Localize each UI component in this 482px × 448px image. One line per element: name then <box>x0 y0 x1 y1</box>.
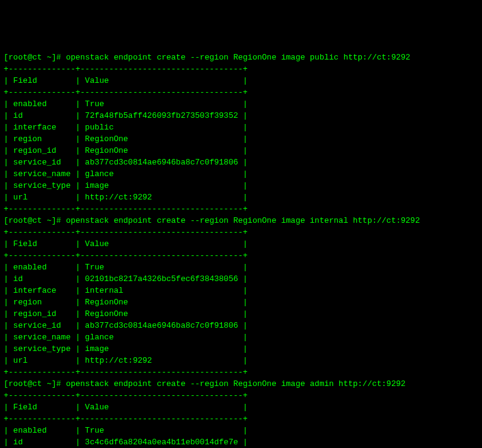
table-header: | Field | Value | <box>4 401 478 413</box>
table-border: +--------------+------------------------… <box>4 366 478 378</box>
table-row: | id | 02101bc8217a4326bc5fec6f38438056 … <box>4 273 478 285</box>
table-border: +--------------+------------------------… <box>4 226 478 238</box>
table-row: | enabled | True | <box>4 261 478 273</box>
table-row: | url | http://ct:9292 | <box>4 355 478 366</box>
table-row: | id | 3c4c6df6a8204a0ea4b11eb0014dfe7e … <box>4 436 478 448</box>
table-row: | region_id | RegionOne | <box>4 308 478 320</box>
table-border: +--------------+------------------------… <box>4 250 478 261</box>
table-row: | service_id | ab377cd3c0814ae6946ba8c7c… <box>4 320 478 331</box>
table-row: | interface | internal | <box>4 285 478 296</box>
command: openstack endpoint create --region Regio… <box>66 379 405 388</box>
table-border: +--------------+------------------------… <box>4 203 478 215</box>
table-border: +--------------+------------------------… <box>4 390 478 401</box>
table-row: | enabled | True | <box>4 425 478 436</box>
command: openstack endpoint create --region Regio… <box>66 53 410 62</box>
table-row: | url | http://ct:9292 | <box>4 191 478 203</box>
table-row: | region | RegionOne | <box>4 133 478 145</box>
table-border: +--------------+------------------------… <box>4 63 478 75</box>
table-border: +--------------+------------------------… <box>4 413 478 425</box>
prompt-line: [root@ct ~]# openstack endpoint create -… <box>4 215 478 226</box>
prompt-line: [root@ct ~]# openstack endpoint create -… <box>4 52 478 63</box>
prompt-line: [root@ct ~]# openstack endpoint create -… <box>4 378 478 390</box>
table-row: | region_id | RegionOne | <box>4 145 478 156</box>
table-row: | service_id | ab377cd3c0814ae6946ba8c7c… <box>4 156 478 168</box>
table-row: | service_type | image | <box>4 343 478 355</box>
table-border: +--------------+------------------------… <box>4 87 478 98</box>
command: openstack endpoint create --region Regio… <box>66 216 419 225</box>
terminal-output: [root@ct ~]# openstack endpoint create -… <box>4 52 478 448</box>
table-header: | Field | Value | <box>4 75 478 87</box>
table-row: | service_name | glance | <box>4 168 478 180</box>
table-row: | region | RegionOne | <box>4 296 478 308</box>
table-row: | service_type | image | <box>4 180 478 191</box>
table-row: | enabled | True | <box>4 98 478 110</box>
table-row: | id | 72fa48fb5aff426093fb273503f39352 … <box>4 110 478 122</box>
table-row: | interface | public | <box>4 122 478 133</box>
table-row: | service_name | glance | <box>4 331 478 343</box>
table-header: | Field | Value | <box>4 238 478 250</box>
